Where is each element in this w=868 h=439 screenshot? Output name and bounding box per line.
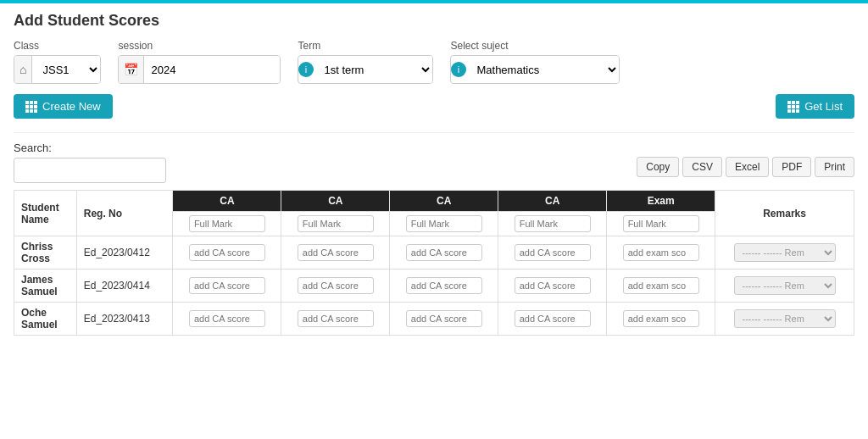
action-row: Search: Copy CSV Excel PDF Print — [14, 142, 854, 183]
header-row-1: StudentName Reg. No CA CA CA CA Exam Rem… — [14, 191, 854, 212]
ca3-score-input[interactable] — [406, 244, 482, 261]
page-title: Add Student Scores — [14, 12, 854, 30]
cell-reg-no: Ed_2023/0412 — [76, 236, 173, 270]
grid-icon-create — [25, 101, 37, 113]
th-ca4-fullmark — [498, 212, 607, 236]
ca2-fullmark-input[interactable] — [298, 215, 374, 232]
ca3-fullmark-input[interactable] — [406, 215, 482, 232]
term-label: Term — [298, 40, 433, 52]
th-ca1-fullmark — [173, 212, 281, 236]
th-exam-fullmark — [607, 212, 715, 236]
th-reg-no: Reg. No — [76, 191, 173, 236]
remarks-select[interactable]: ------ ------ Rem — [734, 309, 836, 328]
cell-ca2 — [281, 236, 390, 270]
cell-reg-no: Ed_2023/0414 — [76, 270, 173, 303]
class-select[interactable]: JSS1 JSS2 JSS3 — [32, 56, 100, 83]
cell-exam — [607, 270, 715, 303]
home-icon: ⌂ — [14, 56, 32, 83]
cell-reg-no: Ed_2023/0413 — [76, 303, 173, 336]
th-ca2-fullmark — [281, 212, 390, 236]
exam-score-input[interactable] — [623, 310, 699, 327]
ca2-score-input[interactable] — [298, 277, 374, 294]
export-buttons-row: Copy CSV Excel PDF Print — [637, 157, 854, 177]
get-list-button[interactable]: Get List — [776, 94, 854, 119]
th-ca4: CA — [498, 191, 607, 212]
subject-info-icon: i — [451, 62, 466, 77]
table-row: OcheSamuel Ed_2023/0413 ------ ------ Re… — [14, 303, 854, 336]
scores-table: StudentName Reg. No CA CA CA CA Exam Rem… — [14, 190, 854, 336]
grid-icon-getlist — [787, 101, 799, 113]
cell-student-name: OcheSamuel — [14, 303, 77, 336]
cell-ca1 — [173, 303, 281, 336]
class-input-wrapper: ⌂ JSS1 JSS2 JSS3 — [14, 55, 101, 84]
class-group: Class ⌂ JSS1 JSS2 JSS3 — [14, 40, 101, 84]
term-input-wrapper: i 1st term 2nd term 3rd term — [298, 55, 433, 84]
th-ca3-fullmark — [390, 212, 498, 236]
cell-exam — [607, 303, 715, 336]
search-label: Search: — [14, 142, 166, 154]
ca2-score-input[interactable] — [298, 244, 374, 261]
csv-button[interactable]: CSV — [682, 157, 722, 177]
ca1-score-input[interactable] — [189, 244, 265, 261]
th-student-name: StudentName — [14, 191, 77, 236]
exam-fullmark-input[interactable] — [623, 215, 699, 232]
th-exam: Exam — [607, 191, 715, 212]
th-ca2: CA — [281, 191, 390, 212]
ca4-score-input[interactable] — [515, 244, 591, 261]
ca4-score-input[interactable] — [515, 310, 591, 327]
ca4-fullmark-input[interactable] — [515, 215, 591, 232]
ca4-score-input[interactable] — [515, 277, 591, 294]
cell-ca3 — [390, 303, 498, 336]
session-input-wrapper: 📅 — [118, 55, 281, 84]
print-button[interactable]: Print — [815, 157, 854, 177]
th-ca1: CA — [173, 191, 281, 212]
pdf-button[interactable]: PDF — [772, 157, 811, 177]
cell-student-name: JamesSamuel — [14, 270, 77, 303]
exam-score-input[interactable] — [623, 277, 699, 294]
calendar-icon: 📅 — [119, 56, 144, 83]
get-list-label: Get List — [804, 100, 843, 113]
ca1-fullmark-input[interactable] — [189, 215, 265, 232]
cell-remarks: ------ ------ Rem — [715, 236, 854, 270]
table-wrap: StudentName Reg. No CA CA CA CA Exam Rem… — [14, 190, 854, 336]
ca2-score-input[interactable] — [298, 310, 374, 327]
search-input[interactable] — [14, 158, 166, 183]
excel-button[interactable]: Excel — [726, 157, 769, 177]
term-select[interactable]: 1st term 2nd term 3rd term — [314, 56, 432, 83]
info-icon: i — [298, 62, 314, 77]
cell-exam — [607, 236, 715, 270]
subject-label: Select suject — [450, 40, 620, 52]
subject-select[interactable]: Mathematics English Science — [466, 56, 619, 83]
cell-ca4 — [498, 270, 607, 303]
cell-ca3 — [390, 236, 498, 270]
ca1-score-input[interactable] — [189, 277, 265, 294]
cell-ca2 — [281, 270, 390, 303]
term-group: Term i 1st term 2nd term 3rd term — [298, 40, 433, 84]
class-label: Class — [14, 40, 101, 52]
create-new-label: Create New — [42, 100, 101, 113]
th-ca3: CA — [390, 191, 498, 212]
session-input[interactable] — [144, 56, 280, 83]
ca1-score-input[interactable] — [189, 310, 265, 327]
session-group: session 📅 — [118, 40, 281, 84]
exam-score-input[interactable] — [623, 244, 699, 261]
remarks-select[interactable]: ------ ------ Rem — [734, 276, 836, 295]
cell-ca4 — [498, 303, 607, 336]
subject-group: Select suject i Mathematics English Scie… — [450, 40, 620, 84]
cell-ca1 — [173, 270, 281, 303]
create-new-button[interactable]: Create New — [14, 94, 113, 119]
cell-remarks: ------ ------ Rem — [715, 303, 854, 336]
ca3-score-input[interactable] — [406, 310, 482, 327]
cell-ca2 — [281, 303, 390, 336]
search-area: Search: — [14, 142, 166, 183]
cell-remarks: ------ ------ Rem — [715, 270, 854, 303]
cell-ca3 — [390, 270, 498, 303]
divider — [14, 132, 854, 133]
cell-ca4 — [498, 236, 607, 270]
cell-ca1 — [173, 236, 281, 270]
copy-button[interactable]: Copy — [637, 157, 679, 177]
cell-student-name: ChrissCross — [14, 236, 77, 270]
ca3-score-input[interactable] — [406, 277, 482, 294]
form-row: Class ⌂ JSS1 JSS2 JSS3 session 📅 Term i — [14, 40, 854, 84]
remarks-select[interactable]: ------ ------ Rem — [734, 243, 836, 262]
